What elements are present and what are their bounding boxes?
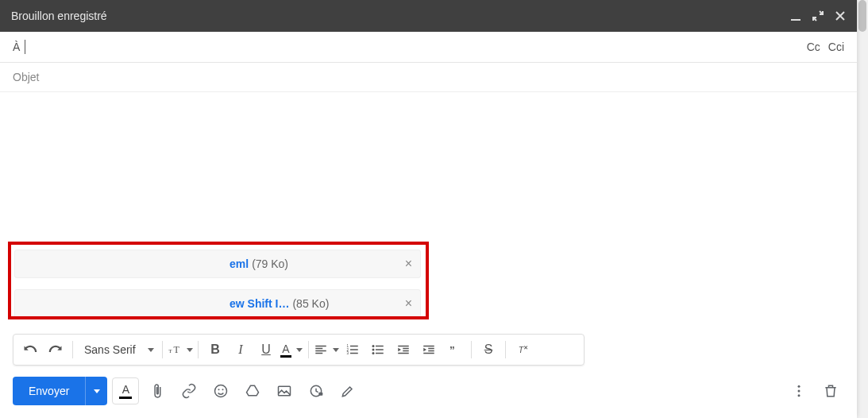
svg-rect-16	[319, 393, 323, 396]
popout-icon[interactable]	[812, 10, 824, 21]
insert-drive-icon[interactable]	[239, 377, 266, 404]
attachment-size: (85 Ko)	[292, 297, 329, 310]
compose-header-title: Brouillon enregistré	[11, 10, 790, 22]
svg-point-19	[798, 394, 800, 397]
svg-text:т: т	[169, 346, 172, 354]
insert-signature-icon[interactable]	[334, 377, 361, 404]
svg-text:3: 3	[347, 351, 349, 355]
compose-body[interactable]: eml (79 Ko) × ew Shift I… (85 Ko) ×	[0, 92, 857, 329]
insert-emoji-icon[interactable]	[207, 377, 234, 404]
svg-point-17	[798, 385, 800, 388]
align-dropdown[interactable]	[314, 338, 339, 362]
numbered-list-button[interactable]: 123	[341, 338, 365, 362]
attachment-name: ew Shift I…	[230, 297, 289, 310]
text-format-toggle[interactable]: A	[112, 377, 139, 404]
svg-point-8	[372, 352, 375, 354]
indent-less-button[interactable]	[392, 338, 415, 362]
font-family-label: Sans Serif	[84, 343, 136, 356]
svg-point-11	[215, 385, 227, 397]
to-input[interactable]	[25, 41, 806, 53]
to-row: À Cc Cci	[0, 32, 857, 63]
svg-text:”: ”	[449, 344, 455, 356]
indent-more-button[interactable]	[417, 338, 441, 362]
insert-photo-icon[interactable]	[271, 377, 298, 404]
compose-window: Brouillon enregistré À Cc Cci	[0, 0, 857, 418]
send-options-dropdown[interactable]	[85, 377, 107, 405]
strikethrough-button[interactable]: S	[476, 338, 500, 362]
compose-header: Brouillon enregistré	[0, 0, 857, 32]
bulleted-list-button[interactable]	[366, 338, 390, 362]
svg-rect-14	[279, 386, 291, 396]
send-button[interactable]: Envoyer	[13, 377, 85, 405]
attachment-remove-icon[interactable]: ×	[405, 296, 412, 311]
formatting-toolbar: Sans Serif тT B I U A 123	[13, 334, 584, 366]
redo-button[interactable]	[44, 338, 68, 362]
font-family-dropdown[interactable]: Sans Serif	[78, 338, 157, 362]
cc-button[interactable]: Cc	[807, 41, 820, 53]
bold-button[interactable]: B	[203, 338, 227, 362]
italic-button[interactable]: I	[229, 338, 253, 362]
svg-point-6	[372, 345, 375, 347]
undo-button[interactable]	[18, 338, 42, 362]
svg-point-7	[372, 349, 375, 351]
text-color-dropdown[interactable]: A	[280, 338, 303, 362]
quote-button[interactable]: ”	[442, 338, 466, 362]
attachment-size: (79 Ko)	[252, 257, 288, 270]
subject-row	[0, 63, 857, 92]
minimize-icon[interactable]	[790, 10, 801, 21]
attachment-remove-icon[interactable]: ×	[405, 257, 412, 271]
svg-rect-0	[791, 19, 800, 21]
discard-draft-icon[interactable]	[817, 377, 844, 404]
attach-file-icon[interactable]	[144, 377, 171, 404]
attachments-container: eml (79 Ko) × ew Shift I… (85 Ko) ×	[14, 250, 421, 329]
attachment-chip[interactable]: ew Shift I… (85 Ko) ×	[14, 289, 421, 318]
cci-button[interactable]: Cci	[828, 41, 844, 53]
compose-bottom-row: Envoyer A	[0, 366, 857, 418]
svg-text:T: T	[519, 345, 525, 354]
send-button-group: Envoyer	[13, 377, 107, 405]
confidential-mode-icon[interactable]	[303, 377, 330, 404]
more-options-icon[interactable]	[785, 377, 812, 404]
remove-formatting-button[interactable]: T	[511, 338, 534, 362]
attachment-name: eml	[230, 257, 249, 270]
page-scrollbar[interactable]	[857, 0, 868, 418]
svg-point-12	[218, 389, 220, 390]
font-size-dropdown[interactable]: тT	[168, 338, 193, 362]
svg-point-18	[798, 390, 800, 393]
svg-point-13	[222, 389, 224, 390]
attachment-chip[interactable]: eml (79 Ko) ×	[14, 250, 421, 278]
underline-button[interactable]: U	[254, 338, 278, 362]
to-label: À	[13, 41, 20, 53]
close-icon[interactable]	[835, 10, 846, 21]
subject-input[interactable]	[13, 71, 844, 83]
svg-text:T: T	[174, 344, 180, 355]
insert-link-icon[interactable]	[176, 377, 203, 404]
